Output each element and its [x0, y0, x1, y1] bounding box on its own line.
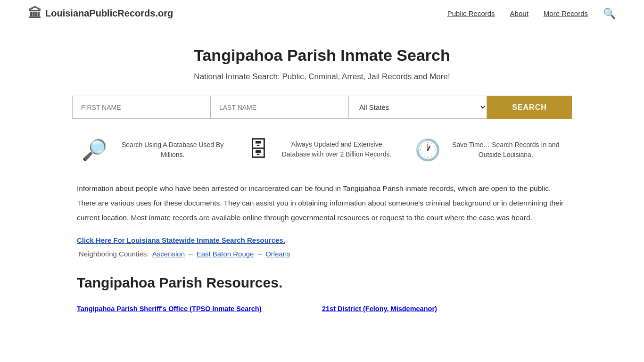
separator-2: –: [258, 250, 264, 258]
feature-time: 🕐 Save Time… Search Records In and Outsi…: [405, 138, 572, 162]
statewide-link[interactable]: Click Here For Louisiana Statewide Inmat…: [72, 236, 572, 244]
neighboring-counties: Neighboring Counties: Ascension – East B…: [72, 250, 572, 258]
search-bar: All StatesAlabamaAlaskaArizonaArkansasCa…: [72, 96, 572, 119]
main-nav: Public Records About More Records 🔍: [447, 8, 616, 20]
feature-time-text: Save Time… Search Records In and Outside…: [449, 140, 562, 160]
resource-sheriff-link[interactable]: Tangipahoa Parish Sheriff's Office (TPSO…: [77, 305, 262, 313]
search-magnify-icon: 🔎: [82, 138, 107, 162]
nav-more-records[interactable]: More Records: [544, 9, 588, 17]
logo-icon: 🏛: [28, 6, 41, 21]
resource-district-link[interactable]: 21st District (Felony, Misdemeanor): [322, 305, 437, 313]
last-name-input[interactable]: [210, 96, 349, 119]
logo-text: LouisianaPublicRecords.org: [45, 8, 173, 19]
hero-subtitle: National Inmate Search: Public, Criminal…: [72, 72, 572, 82]
clock-icon: 🕐: [415, 138, 441, 162]
database-icon: 🗄: [248, 138, 269, 161]
features-row: 🔎 Search Using A Database Used By Millio…: [72, 138, 572, 162]
neighboring-east-baton-rouge[interactable]: East Baton Rouge: [197, 250, 254, 258]
feature-search: 🔎 Search Using A Database Used By Millio…: [72, 138, 239, 162]
page-title: Tangipahoa Parish Inmate Search: [72, 46, 572, 65]
nav-public-records[interactable]: Public Records: [447, 9, 495, 17]
state-select[interactable]: All StatesAlabamaAlaskaArizonaArkansasCa…: [349, 96, 487, 119]
resource-sheriff: Tangipahoa Parish Sheriff's Office (TPSO…: [77, 300, 322, 317]
description-text: Information about people who have been a…: [72, 181, 572, 225]
feature-database: 🗄 Always Updated and Extensive Database …: [239, 138, 405, 161]
nav-about[interactable]: About: [510, 9, 528, 17]
separator-1: –: [189, 250, 195, 258]
resource-district: 21st District (Felony, Misdemeanor): [322, 300, 567, 317]
neighboring-ascension[interactable]: Ascension: [152, 250, 185, 258]
resources-grid: Tangipahoa Parish Sheriff's Office (TPSO…: [72, 300, 572, 317]
resources-title: Tangipahoa Parish Resources.: [72, 275, 572, 291]
neighboring-label: Neighboring Counties:: [79, 250, 149, 258]
neighboring-orleans[interactable]: Orleans: [265, 250, 290, 258]
search-button[interactable]: SEARCH: [487, 96, 572, 119]
site-logo[interactable]: 🏛 LouisianaPublicRecords.org: [28, 6, 173, 21]
feature-search-text: Search Using A Database Used By Millions…: [116, 140, 229, 160]
search-icon[interactable]: 🔍: [603, 8, 616, 20]
main-content: Tangipahoa Parish Inmate Search National…: [63, 27, 581, 336]
first-name-input[interactable]: [72, 96, 210, 119]
feature-database-text: Always Updated and Extensive Database wi…: [277, 140, 396, 159]
